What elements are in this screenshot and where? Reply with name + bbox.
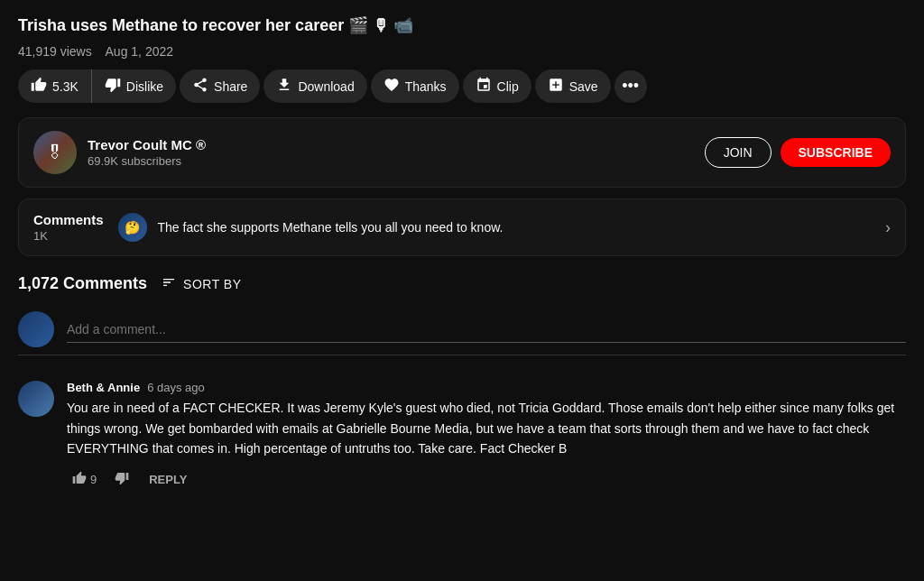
comments-preview-header: Comments 1K: [33, 212, 104, 243]
like-count: 5.3K: [52, 79, 79, 94]
clip-label: Clip: [497, 79, 519, 94]
comment-item: Beth & Annie 6 days ago You are in need …: [18, 381, 906, 492]
thanks-label: Thanks: [405, 79, 447, 94]
share-label: Share: [214, 79, 247, 94]
save-button[interactable]: Save: [535, 69, 611, 103]
channel-name[interactable]: Trevor Coult MC ®: [88, 137, 705, 152]
user-avatar: [18, 311, 54, 347]
thanks-icon: [383, 77, 400, 96]
channel-info: Trevor Coult MC ® 69.9K subscribers: [88, 137, 705, 168]
preview-comment-text: The fact she supports Methane tells you …: [158, 220, 878, 235]
sort-icon: [162, 275, 176, 292]
comment-author-row: Beth & Annie 6 days ago: [67, 381, 906, 394]
comment-like-count: 9: [90, 473, 97, 486]
channel-avatar-image: 🎖: [33, 131, 77, 174]
preview-comment-avatar: 🤔: [118, 213, 147, 242]
clip-icon: [476, 77, 492, 96]
channel-avatar[interactable]: 🎖: [33, 131, 77, 174]
comments-preview[interactable]: Comments 1K 🤔 The fact she supports Meth…: [18, 198, 906, 256]
sort-label: SORT BY: [183, 277, 241, 291]
thumbs-up-icon: [72, 471, 87, 488]
thanks-button[interactable]: Thanks: [371, 69, 459, 103]
video-meta: 41,919 views Aug 1, 2022: [18, 44, 906, 59]
add-comment-row: [18, 311, 906, 355]
comments-preview-label: Comments: [33, 212, 104, 227]
like-button[interactable]: 5.3K: [18, 69, 92, 103]
publish-date: Aug 1, 2022: [106, 44, 174, 59]
action-bar: 5.3K Dislike Share Download Thanks: [18, 69, 906, 103]
channel-row: 🎖 Trevor Coult MC ® 69.9K subscribers JO…: [18, 117, 906, 188]
share-icon: [192, 77, 208, 96]
comments-section: 1,072 Comments SORT BY Beth & Annie 6 da…: [18, 274, 906, 492]
view-count: 41,919 views: [18, 44, 92, 59]
thumbs-down-icon: [105, 77, 121, 96]
download-button[interactable]: Download: [263, 69, 366, 103]
comments-total: 1,072 Comments: [18, 274, 147, 293]
save-label: Save: [569, 79, 598, 94]
more-icon: •••: [622, 77, 639, 96]
comment-like-button[interactable]: 9: [67, 467, 102, 492]
channel-subscribers: 69.9K subscribers: [88, 154, 705, 168]
download-label: Download: [298, 79, 354, 94]
clip-button[interactable]: Clip: [463, 69, 531, 103]
commenter-avatar[interactable]: [18, 381, 54, 417]
download-icon: [276, 77, 292, 96]
comment-text: You are in need of a FACT CHECKER. It wa…: [67, 398, 906, 458]
dislike-button[interactable]: Dislike: [92, 69, 176, 103]
like-dislike-group: 5.3K Dislike: [18, 69, 176, 103]
sort-button[interactable]: SORT BY: [162, 275, 241, 292]
dislike-label: Dislike: [126, 79, 163, 94]
channel-buttons: JOIN SUBSCRIBE: [705, 137, 891, 168]
comment-dislike-button[interactable]: [109, 467, 134, 492]
comment-input[interactable]: [67, 317, 906, 343]
thumbs-up-icon: [31, 77, 47, 96]
comment-body: Beth & Annie 6 days ago You are in need …: [67, 381, 906, 492]
comment-time: 6 days ago: [147, 381, 205, 394]
chevron-right-icon: ›: [885, 218, 891, 237]
comment-reply-button[interactable]: REPLY: [142, 469, 194, 490]
share-button[interactable]: Share: [180, 69, 260, 103]
video-title: Trisha uses Methane to recover her caree…: [18, 14, 906, 37]
comments-header: 1,072 Comments SORT BY: [18, 274, 906, 293]
thumbs-down-icon: [115, 471, 129, 488]
subscribe-button[interactable]: SUBSCRIBE: [781, 138, 891, 167]
join-button[interactable]: JOIN: [705, 137, 772, 168]
save-icon: [548, 77, 564, 96]
comment-author[interactable]: Beth & Annie: [67, 381, 140, 394]
comments-preview-count: 1K: [33, 229, 104, 243]
comment-actions: 9 REPLY: [67, 467, 906, 492]
more-button[interactable]: •••: [614, 70, 647, 103]
